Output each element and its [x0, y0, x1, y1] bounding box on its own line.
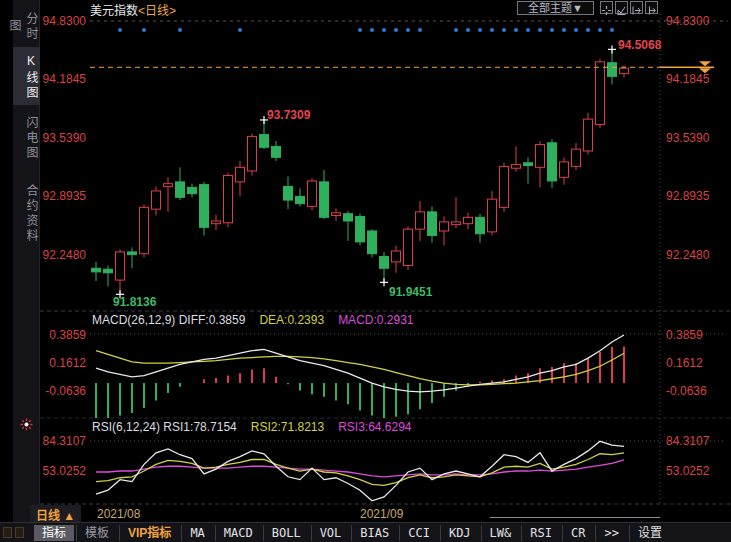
toolbar-tab-ma[interactable]: MA — [181, 525, 212, 541]
y-axis-label: 92.8935 — [666, 189, 709, 203]
rsi-y-label: 84.3107 — [40, 434, 86, 448]
y-axis-label: 92.2480 — [40, 248, 86, 262]
chart-app: 分时图 K线图 闪电图 合约资料 美元指数<日线> 全部主题▼ 94.8300 … — [0, 0, 731, 542]
zoom-in-icon[interactable] — [630, 1, 643, 14]
toolbar-tab-lwr[interactable]: LW& — [481, 525, 520, 541]
macd-formula: MACD(26,12,9) DIFF:0.3859 — [92, 313, 245, 327]
rsi2-value: RSI2:71.8213 — [251, 420, 324, 434]
pan-right-icon[interactable] — [645, 1, 658, 14]
y-axis-label: 92.8935 — [40, 189, 86, 203]
macd-y-label: 0.1612 — [666, 356, 703, 370]
toolbar-settings-button[interactable]: 设置 — [629, 525, 670, 541]
rsi-header: RSI(6,12,24) RSI1:78.7154RSI2:71.8213RSI… — [92, 420, 412, 434]
x-axis-month-label: 2021/09 — [360, 507, 403, 521]
x-axis-scrollbar[interactable] — [490, 517, 660, 518]
macd-header: MACD(26,12,9) DIFF:0.3859DEA:0.2393MACD:… — [92, 313, 414, 327]
peak-price-annotation: 93.7309 — [267, 108, 310, 122]
y-axis-label: 93.5390 — [666, 131, 709, 145]
toolbar-tab-bias[interactable]: BIAS — [351, 525, 397, 541]
indicator-flag-icon[interactable] — [20, 417, 33, 435]
y-axis-label: 92.2480 — [666, 248, 709, 262]
rsi-y-label: 84.3107 — [666, 434, 709, 448]
toolbar-tab-rsi[interactable]: RSI — [521, 525, 560, 541]
symbol-name: 美元指数 — [90, 4, 138, 18]
triangle-up-icon: ▲ — [63, 509, 75, 523]
restore-icon[interactable] — [615, 1, 628, 14]
crosshair-icon[interactable] — [600, 1, 613, 14]
y-axis-label: 94.1845 — [666, 72, 709, 86]
mini-lock-icon[interactable] — [3, 527, 12, 538]
low-price-annotation: 91.9451 — [389, 285, 432, 299]
high-price-annotation: 94.5068 — [618, 38, 661, 52]
price-chart-canvas[interactable] — [0, 0, 731, 542]
toolbar-more-button[interactable]: >> — [595, 525, 626, 541]
toolbar-tab-vip-indicator[interactable]: VIP指标 — [119, 525, 179, 541]
toolbar-tab-kdj[interactable]: KDJ — [440, 525, 479, 541]
y-axis-label: 94.8300 — [666, 14, 709, 28]
rsi3-value: RSI3:64.6294 — [338, 420, 411, 434]
rsi-formula: RSI(6,12,24) RSI1:78.7154 — [92, 420, 237, 434]
macd-y-label: -0.0636 — [40, 384, 86, 398]
x-axis-month-label: 2021/08 — [97, 507, 140, 521]
macd-y-label: 0.3859 — [40, 328, 86, 342]
macd-y-label: 0.1612 — [40, 356, 86, 370]
macd-value: MACD:0.2931 — [338, 313, 413, 327]
toolbar-tab-vol[interactable]: VOL — [311, 525, 350, 541]
toolbar-tab-template[interactable]: 模板 — [76, 525, 117, 541]
low-price-annotation: 91.8136 — [113, 295, 156, 309]
macd-y-label: 0.3859 — [666, 328, 703, 342]
toolbar-tab-macd[interactable]: MACD — [215, 525, 261, 541]
toolbar-tab-cci[interactable]: CCI — [399, 525, 438, 541]
theme-dropdown-button[interactable]: 全部主题▼ — [517, 1, 594, 15]
period-tag: <日线> — [138, 4, 176, 18]
indicator-toolbar: 指标 模板 VIP指标 MA MACD BOLL VOL BIAS CCI KD… — [0, 522, 731, 542]
rsi-y-label: 53.0252 — [40, 464, 86, 478]
toolbar-tab-cr[interactable]: CR — [562, 525, 593, 541]
toolbar-tab-boll[interactable]: BOLL — [263, 525, 309, 541]
toolbar-tab-indicator[interactable]: 指标 — [34, 525, 74, 541]
mini-pin-icon[interactable] — [15, 527, 24, 538]
y-axis-label: 94.8300 — [40, 14, 86, 28]
y-axis-label: 93.5390 — [40, 131, 86, 145]
macd-dea-value: DEA:0.2393 — [259, 313, 324, 327]
y-axis-label: 94.1845 — [40, 72, 86, 86]
rsi-y-label: 53.0252 — [666, 464, 709, 478]
chart-title: 美元指数<日线> — [90, 1, 176, 18]
macd-y-label: -0.0636 — [666, 384, 707, 398]
